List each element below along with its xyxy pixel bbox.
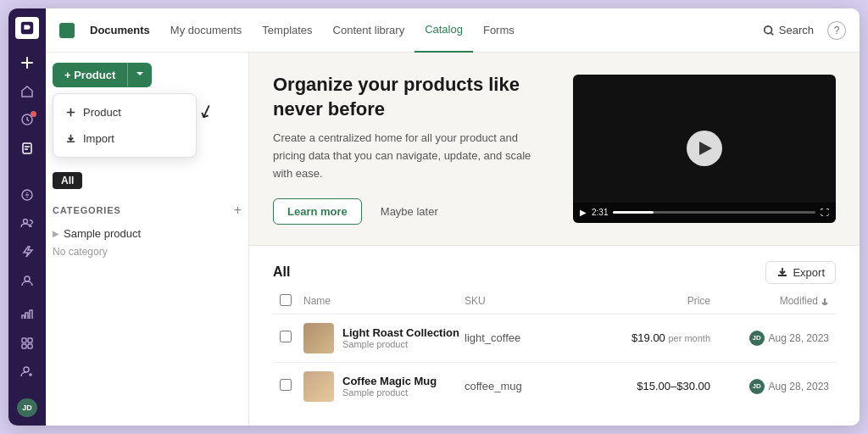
- product-price-1: $19.00 per month: [600, 331, 710, 344]
- nav-catalog[interactable]: Catalog: [415, 8, 473, 53]
- category-item[interactable]: ▶ Sample product: [53, 225, 242, 242]
- categories-add-button[interactable]: +: [234, 203, 242, 218]
- nav-forms[interactable]: Forms: [473, 8, 525, 53]
- user-icon[interactable]: [14, 269, 40, 292]
- content-area: Organize your products like never before…: [249, 53, 860, 426]
- product-caret-button[interactable]: [127, 63, 152, 87]
- document-icon[interactable]: [14, 136, 40, 160]
- user-avatar[interactable]: JD: [17, 398, 37, 417]
- hero-banner: Organize your products like never before…: [249, 53, 860, 246]
- chart-icon[interactable]: [14, 303, 40, 326]
- svg-rect-9: [28, 344, 32, 348]
- body-split: + Product Product Import: [46, 53, 860, 426]
- product-price-2: $15.00–$30.00: [600, 380, 710, 392]
- svg-point-10: [24, 367, 29, 372]
- video-progress: [613, 211, 654, 214]
- nav-content-library[interactable]: Content library: [323, 8, 415, 53]
- team-icon[interactable]: [14, 212, 40, 236]
- category-name: Sample product: [64, 227, 141, 240]
- home-icon[interactable]: [14, 80, 40, 103]
- video-time: 2:31: [592, 208, 608, 217]
- product-tag-1: Sample product: [342, 339, 465, 349]
- cursor-arrow: ↙: [195, 98, 217, 125]
- dropdown-import-label: Import: [83, 132, 114, 145]
- video-progress-bar[interactable]: [613, 211, 815, 214]
- icon-rail: JD: [8, 8, 46, 426]
- row-checkbox-2[interactable]: [280, 379, 303, 394]
- add-user-icon[interactable]: [14, 359, 40, 383]
- product-sku-1: light_coffee: [465, 331, 600, 344]
- product-modified-1: JD Aug 28, 2023: [710, 331, 829, 346]
- svg-rect-6: [22, 338, 26, 342]
- svg-point-4: [24, 220, 28, 224]
- product-name-2: Coffee Magic Mug: [342, 375, 465, 387]
- product-button[interactable]: + Product: [53, 63, 127, 87]
- filter-all[interactable]: All: [53, 172, 82, 189]
- nav-right: Search ?: [756, 20, 846, 40]
- hero-video[interactable]: ▶ 2:31 ⛶: [573, 75, 836, 223]
- billing-icon[interactable]: [14, 183, 40, 207]
- nav-my-documents[interactable]: My documents: [160, 8, 253, 53]
- import-icon: [65, 133, 76, 144]
- add-icon[interactable]: [14, 51, 40, 75]
- row-checkbox-1[interactable]: [280, 331, 303, 346]
- chevron-down-icon: [135, 69, 145, 79]
- product-name-1: Light Roast Collection: [342, 326, 465, 339]
- svg-rect-2: [23, 143, 31, 153]
- video-controls: ▶ 2:31 ⛶: [573, 203, 836, 223]
- activity-icon[interactable]: [14, 108, 40, 131]
- dropdown-import[interactable]: Import: [53, 125, 196, 152]
- category-arrow-icon: ▶: [53, 229, 59, 238]
- table-row: Light Roast Collection Sample product li…: [273, 314, 836, 363]
- hero-text: Organize your products like never before…: [273, 73, 553, 225]
- product-name-col-2: Coffee Magic Mug Sample product: [342, 375, 465, 398]
- hero-title: Organize your products like never before: [273, 73, 553, 121]
- dropdown-product-label: Product: [83, 106, 121, 119]
- search-icon: [763, 25, 775, 36]
- notification-badge: [31, 111, 36, 117]
- col-check: [280, 294, 303, 309]
- nav-templates[interactable]: Templates: [252, 8, 322, 53]
- export-icon: [776, 266, 788, 278]
- hero-description: Create a centralized home for all your p…: [273, 130, 553, 182]
- help-button[interactable]: ?: [827, 21, 846, 40]
- maybe-later-button[interactable]: Maybe later: [370, 198, 448, 225]
- product-image-1: [303, 323, 334, 353]
- hero-actions: Learn more Maybe later: [273, 198, 553, 225]
- plus-icon: [65, 107, 76, 118]
- product-dropdown: Product Import: [53, 93, 197, 158]
- table-header-row: All Export: [273, 261, 836, 284]
- modifier-avatar-2: JD: [749, 379, 765, 394]
- filter-row: All: [53, 172, 242, 189]
- product-image-2: [303, 371, 334, 402]
- select-all-checkbox[interactable]: [280, 294, 292, 306]
- fullscreen-icon[interactable]: ⛶: [821, 208, 829, 217]
- search-label: Search: [779, 24, 814, 36]
- learn-more-button[interactable]: Learn more: [273, 198, 362, 225]
- dropdown-product[interactable]: Product: [53, 99, 196, 125]
- table-row: Coffee Magic Mug Sample product coffee_m…: [273, 363, 836, 410]
- col-price-header: Price: [600, 295, 710, 307]
- column-headers: Name SKU Price Modified: [273, 294, 836, 314]
- table-section: All Export Name SKU Price Modified: [249, 246, 860, 426]
- categories-header: CATEGORIES +: [53, 203, 242, 218]
- export-label: Export: [793, 266, 825, 279]
- play-icon: [699, 142, 712, 155]
- product-sku-2: coffee_mug: [465, 380, 600, 392]
- product-tag-2: Sample product: [342, 387, 465, 398]
- export-button[interactable]: Export: [765, 261, 836, 284]
- play-button[interactable]: [687, 131, 722, 166]
- categories-label: CATEGORIES: [53, 205, 121, 215]
- svg-rect-8: [22, 344, 26, 348]
- col-name-header: Name: [303, 295, 465, 307]
- svg-point-11: [765, 25, 772, 33]
- no-category: No category: [53, 242, 242, 261]
- search-button[interactable]: Search: [756, 20, 821, 40]
- product-modified-2: JD Aug 28, 2023: [710, 379, 829, 394]
- nav-documents[interactable]: Documents: [80, 8, 160, 53]
- nav-doc-icon: [59, 23, 75, 38]
- grid-icon[interactable]: [14, 331, 40, 355]
- video-play-icon[interactable]: ▶: [580, 208, 587, 217]
- sort-icon: [821, 297, 829, 305]
- lightning-icon[interactable]: [14, 240, 40, 264]
